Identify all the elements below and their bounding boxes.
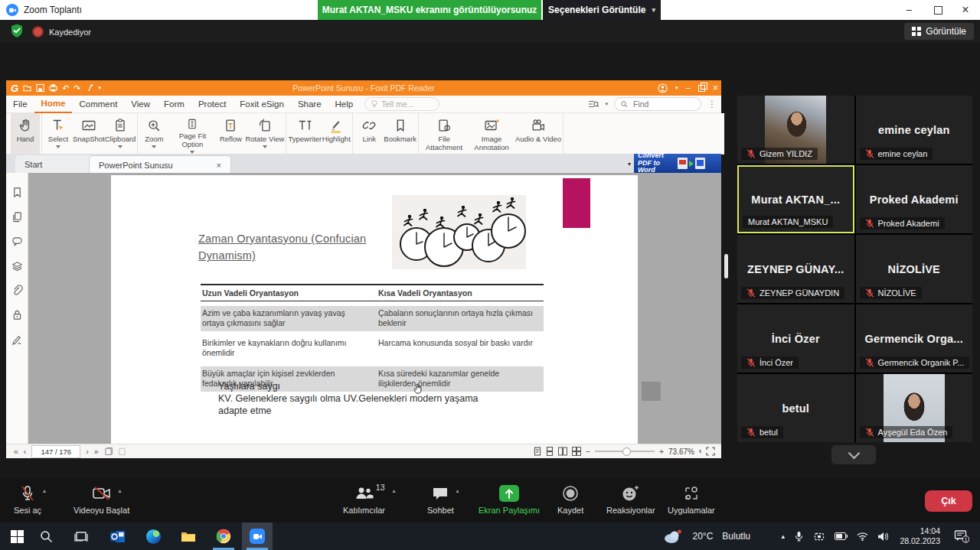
taskbar-explorer-icon[interactable] [173, 522, 204, 550]
taskbar-edge-icon[interactable] [138, 522, 168, 550]
chat-button[interactable]: ▴ Sohbet [427, 484, 454, 515]
bookmarks-panel-icon[interactable] [11, 187, 23, 198]
tab-close-icon[interactable]: × [217, 161, 221, 170]
wifi-icon[interactable] [857, 532, 868, 541]
save-icon[interactable] [36, 83, 44, 93]
zoom-slider[interactable] [595, 451, 655, 452]
foxit-minimize-button[interactable]: − [686, 83, 691, 93]
battery-icon[interactable] [835, 532, 848, 540]
undo-icon[interactable]: ↶ [62, 84, 69, 93]
security-shield-icon[interactable] [9, 23, 24, 38]
tool-clipboard[interactable]: Clipboard [105, 113, 136, 154]
view-options-button[interactable]: Seçenekleri Görüntüle ▾ [543, 0, 661, 20]
participant-tile-emine[interactable]: emine ceylan emine ceylan [856, 96, 973, 164]
notification-center[interactable]: 1 [954, 522, 969, 550]
screen-share-button[interactable]: Ekran Paylaşımı [479, 484, 540, 515]
close-button[interactable]: × [952, 0, 978, 20]
fullscreen-icon[interactable] [706, 447, 715, 456]
task-view-button[interactable] [66, 522, 96, 550]
unmute-button[interactable]: ▴ Sesi aç [14, 484, 41, 515]
participant-tile-germencik[interactable]: Germencik Orga... Germencik Organik P... [856, 304, 973, 373]
more-menu-icon[interactable]: ⋮ [707, 99, 717, 109]
menu-comment[interactable]: Comment [72, 96, 124, 112]
tool-file-attachment[interactable]: File Attachment [420, 113, 468, 154]
volume-icon[interactable] [877, 532, 888, 542]
tool-zoom[interactable]: Zoom [139, 113, 168, 154]
video-options-caret-icon[interactable]: ▴ [119, 487, 122, 494]
start-button[interactable] [2, 522, 32, 550]
foxit-close-button[interactable]: × [713, 83, 718, 93]
menu-form[interactable]: Form [157, 96, 191, 112]
tell-me-search[interactable]: Tell me... [364, 97, 439, 111]
recording-indicator[interactable]: Kaydediyor [32, 26, 91, 37]
restore-button[interactable] [925, 0, 951, 20]
zoom-out-button[interactable]: − [586, 447, 590, 456]
clock-widget[interactable]: 14:04 28.02.2023 [900, 526, 940, 546]
qat-caret-icon[interactable]: ▾ [99, 85, 102, 91]
open-file-icon[interactable] [23, 83, 31, 93]
document-area[interactable]: Zaman Oryantasyonu (Confucian Dynamism) … [28, 173, 721, 444]
tool-rotate-view[interactable]: Rotate View [245, 113, 284, 154]
participant-tile-murat-active-speaker[interactable]: Murat AKTAN_... Murat AKTAN_MSKU [737, 165, 854, 233]
scrollbar-thumb[interactable] [642, 382, 661, 401]
zoom-in-button[interactable]: + [659, 447, 664, 456]
prev-page-button[interactable]: ‹ [24, 447, 27, 456]
taskbar-zoom-icon[interactable] [242, 522, 273, 550]
quick-tool-icon[interactable] [86, 83, 94, 93]
menu-foxit-esign[interactable]: Foxit eSign [233, 96, 291, 112]
tool-page-fit[interactable]: Page Fit Option [168, 113, 216, 154]
minimize-button[interactable]: − [896, 0, 922, 20]
participants-caret-icon[interactable]: ▴ [392, 487, 395, 494]
tool-select[interactable]: Select [44, 113, 73, 154]
tool-snapshot[interactable]: SnapShot [73, 113, 105, 154]
search-caret-icon[interactable]: ▾ [605, 101, 608, 107]
tray-expand-icon[interactable]: ▴ [781, 532, 785, 540]
reactions-button[interactable]: Reaksiyonlar [606, 484, 655, 515]
participant-tile-betul[interactable]: betul betul [737, 374, 854, 442]
redo-icon[interactable]: ↷ [74, 84, 80, 93]
leave-meeting-button[interactable]: Çık [925, 490, 972, 512]
tool-link[interactable]: Link [354, 113, 384, 154]
tab-powerpoint-sunusu[interactable]: PowerPoint Sunusu × [89, 155, 231, 174]
menu-protect[interactable]: Protect [191, 96, 233, 112]
participant-tile-gizem[interactable]: Gizem YILDIZ [737, 96, 854, 164]
continuous-view-icon[interactable] [546, 447, 554, 456]
tab-list-caret-icon[interactable]: ▾ [628, 161, 631, 168]
apps-button[interactable]: Uygulamalar [668, 484, 715, 515]
mic-options-caret-icon[interactable]: ▴ [43, 487, 46, 494]
menu-view[interactable]: View [124, 96, 157, 112]
panel-resize-handle[interactable] [724, 254, 728, 278]
weather-widget[interactable]: 20°C Bulutlu [663, 522, 750, 550]
facing-view-icon[interactable] [558, 447, 567, 456]
account-icon[interactable] [658, 83, 668, 93]
menu-share[interactable]: Share [291, 96, 328, 112]
next-page-button[interactable]: › [86, 447, 89, 456]
tray-screen-share-icon[interactable] [813, 532, 825, 542]
zoom-slider-thumb[interactable] [622, 447, 631, 456]
menu-home[interactable]: Home [34, 95, 73, 113]
taskbar-search-button[interactable] [31, 522, 61, 550]
menu-file[interactable]: File [6, 96, 34, 112]
scroll-participants-down-button[interactable] [831, 445, 876, 464]
last-page-button[interactable]: » [94, 447, 99, 456]
security-panel-icon[interactable] [11, 309, 23, 321]
taskbar-outlook-icon[interactable] [103, 522, 133, 550]
taskbar-chrome-icon[interactable] [208, 522, 239, 550]
comments-panel-icon[interactable] [11, 236, 23, 247]
tray-mic-icon[interactable] [794, 531, 804, 542]
participant-tile-nizolive[interactable]: NİZOLİVE NİZOLİVE [856, 235, 973, 303]
start-video-button[interactable]: ▴ Videoyu Başlat [74, 484, 129, 515]
account-caret-icon[interactable]: ▾ [675, 85, 678, 91]
tab-start[interactable]: Start [15, 155, 93, 173]
gallery-view-button[interactable]: Görüntüle [904, 23, 974, 40]
tool-highlight[interactable]: Highlight [322, 113, 351, 154]
record-button[interactable]: Kaydet [557, 484, 583, 515]
find-input[interactable] [632, 99, 688, 109]
single-page-view-icon[interactable] [534, 447, 541, 456]
menu-help[interactable]: Help [328, 96, 361, 112]
search-settings-icon[interactable] [588, 99, 599, 109]
chat-caret-icon[interactable]: ▴ [456, 487, 459, 494]
participant-tile-aysegul[interactable]: Ayşegül Eda Özen [856, 374, 973, 442]
page-number-field[interactable] [31, 445, 80, 458]
tool-image-annotation[interactable]: Image Annotation [468, 113, 515, 154]
